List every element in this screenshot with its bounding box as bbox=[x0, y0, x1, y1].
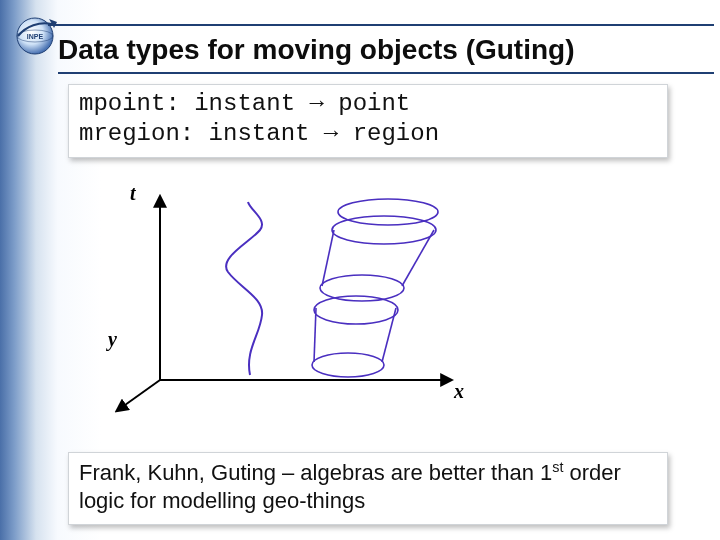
header-divider bbox=[48, 24, 714, 26]
code-line-2: mregion: instant → region bbox=[79, 120, 439, 147]
logo-text: INPE bbox=[27, 33, 44, 40]
svg-line-13 bbox=[402, 230, 434, 286]
slide: INPE Data types for moving objects (Guti… bbox=[0, 0, 720, 540]
code-line-1: mpoint: instant → point bbox=[79, 90, 410, 117]
axis-label-t: t bbox=[130, 182, 136, 205]
axis-label-x: x bbox=[454, 380, 464, 403]
type-definitions-box: mpoint: instant → point mregion: instant… bbox=[68, 84, 668, 158]
moving-objects-diagram bbox=[100, 180, 480, 430]
inpe-logo-icon: INPE bbox=[8, 6, 62, 60]
slide-title: Data types for moving objects (Guting) bbox=[58, 34, 574, 66]
svg-point-7 bbox=[320, 275, 404, 301]
footer-prefix: Frank, Kuhn, Guting – algebras are bette… bbox=[79, 460, 552, 485]
footer-sup: st bbox=[552, 459, 563, 475]
svg-point-5 bbox=[312, 353, 384, 377]
title-divider bbox=[58, 72, 714, 74]
svg-point-9 bbox=[338, 199, 438, 225]
svg-line-10 bbox=[314, 308, 316, 362]
svg-line-12 bbox=[322, 230, 334, 286]
svg-line-11 bbox=[382, 308, 396, 362]
axis-label-y: y bbox=[108, 328, 117, 351]
svg-line-4 bbox=[118, 380, 160, 410]
footer-citation: Frank, Kuhn, Guting – algebras are bette… bbox=[68, 452, 668, 525]
